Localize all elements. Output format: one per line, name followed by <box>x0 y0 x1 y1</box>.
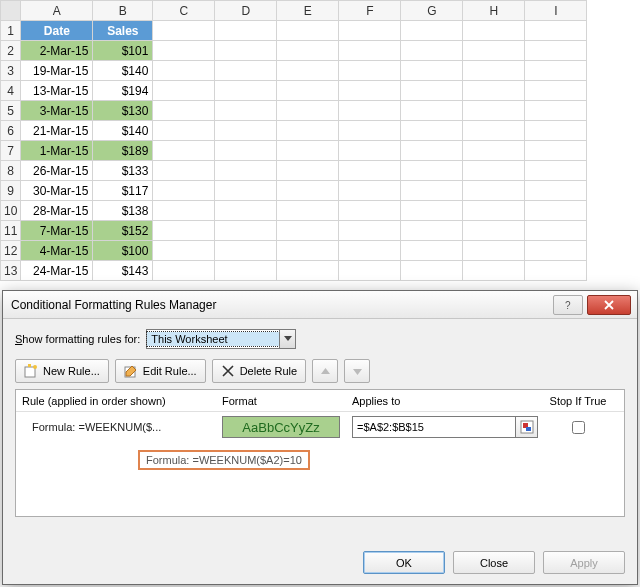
chevron-down-icon[interactable] <box>279 330 295 348</box>
cell[interactable] <box>153 81 215 101</box>
cell[interactable] <box>401 181 463 201</box>
cell[interactable] <box>153 241 215 261</box>
cell[interactable]: Sales <box>93 21 153 41</box>
range-picker-button[interactable] <box>516 416 538 438</box>
cell[interactable]: $138 <box>93 201 153 221</box>
col-header-B[interactable]: B <box>93 1 153 21</box>
cell[interactable]: $143 <box>93 261 153 281</box>
cell[interactable] <box>463 121 525 141</box>
cell[interactable]: 21-Mar-15 <box>21 121 93 141</box>
cell[interactable]: 7-Mar-15 <box>21 221 93 241</box>
cell[interactable] <box>153 261 215 281</box>
cell[interactable] <box>153 141 215 161</box>
cell[interactable] <box>463 21 525 41</box>
cell[interactable] <box>525 81 587 101</box>
cell[interactable] <box>153 101 215 121</box>
row-header[interactable]: 6 <box>1 121 21 141</box>
cell[interactable]: 30-Mar-15 <box>21 181 93 201</box>
cell[interactable]: $194 <box>93 81 153 101</box>
col-header-F[interactable]: F <box>339 1 401 21</box>
cell[interactable] <box>277 81 339 101</box>
ok-button[interactable]: OK <box>363 551 445 574</box>
cell[interactable] <box>153 161 215 181</box>
cell[interactable]: 1-Mar-15 <box>21 141 93 161</box>
cell[interactable]: $140 <box>93 61 153 81</box>
cell[interactable] <box>153 41 215 61</box>
cell[interactable]: $152 <box>93 221 153 241</box>
cell[interactable] <box>525 41 587 61</box>
cell[interactable] <box>277 241 339 261</box>
cell[interactable] <box>277 101 339 121</box>
cell[interactable] <box>153 221 215 241</box>
cell[interactable] <box>339 101 401 121</box>
cell[interactable] <box>401 201 463 221</box>
cell[interactable] <box>401 241 463 261</box>
cell[interactable] <box>277 141 339 161</box>
stop-if-true-checkbox[interactable] <box>572 421 585 434</box>
row-header[interactable]: 3 <box>1 61 21 81</box>
cell[interactable] <box>525 221 587 241</box>
cell[interactable] <box>215 101 277 121</box>
cell[interactable] <box>339 241 401 261</box>
cell[interactable] <box>277 181 339 201</box>
cell[interactable]: 2-Mar-15 <box>21 41 93 61</box>
col-header-A[interactable]: A <box>21 1 93 21</box>
cell[interactable] <box>525 61 587 81</box>
row-header[interactable]: 12 <box>1 241 21 261</box>
row-header[interactable]: 7 <box>1 141 21 161</box>
cell[interactable] <box>525 21 587 41</box>
dialog-titlebar[interactable]: Conditional Formatting Rules Manager ? <box>3 291 637 319</box>
cell[interactable] <box>277 221 339 241</box>
cell[interactable] <box>525 181 587 201</box>
cell[interactable]: $101 <box>93 41 153 61</box>
cell[interactable] <box>215 21 277 41</box>
cell[interactable] <box>401 161 463 181</box>
cell[interactable] <box>277 261 339 281</box>
cell[interactable] <box>401 261 463 281</box>
row-header[interactable]: 2 <box>1 41 21 61</box>
cell[interactable] <box>401 221 463 241</box>
cell[interactable] <box>525 241 587 261</box>
cell[interactable]: $133 <box>93 161 153 181</box>
cell[interactable] <box>463 101 525 121</box>
cell[interactable]: 24-Mar-15 <box>21 261 93 281</box>
cell[interactable] <box>215 201 277 221</box>
row-header[interactable]: 10 <box>1 201 21 221</box>
cell[interactable] <box>525 261 587 281</box>
cell[interactable] <box>401 101 463 121</box>
cell[interactable] <box>463 201 525 221</box>
cell[interactable]: $117 <box>93 181 153 201</box>
cell[interactable] <box>463 61 525 81</box>
cell[interactable] <box>153 121 215 141</box>
cell[interactable] <box>215 41 277 61</box>
cell[interactable] <box>339 201 401 221</box>
cell[interactable] <box>215 221 277 241</box>
cell[interactable]: $130 <box>93 101 153 121</box>
cell[interactable] <box>215 141 277 161</box>
apply-button[interactable]: Apply <box>543 551 625 574</box>
cell[interactable]: 19-Mar-15 <box>21 61 93 81</box>
cell[interactable] <box>339 221 401 241</box>
col-header-I[interactable]: I <box>525 1 587 21</box>
close-button[interactable]: Close <box>453 551 535 574</box>
cell[interactable]: 13-Mar-15 <box>21 81 93 101</box>
cell[interactable] <box>339 161 401 181</box>
cell[interactable] <box>153 201 215 221</box>
cell[interactable] <box>277 121 339 141</box>
spreadsheet-grid[interactable]: A B C D E F G H I 1 Date Sales 22-Mar-15… <box>0 0 587 281</box>
row-header[interactable]: 13 <box>1 261 21 281</box>
col-header-D[interactable]: D <box>215 1 277 21</box>
cell[interactable] <box>215 241 277 261</box>
cell[interactable] <box>401 141 463 161</box>
cell[interactable] <box>339 121 401 141</box>
cell[interactable] <box>277 161 339 181</box>
cell[interactable] <box>277 61 339 81</box>
cell[interactable] <box>339 41 401 61</box>
cell[interactable] <box>277 21 339 41</box>
cell[interactable] <box>463 161 525 181</box>
cell[interactable] <box>215 161 277 181</box>
row-header[interactable]: 9 <box>1 181 21 201</box>
cell[interactable] <box>215 61 277 81</box>
move-down-button[interactable] <box>344 359 370 383</box>
cell[interactable] <box>339 141 401 161</box>
